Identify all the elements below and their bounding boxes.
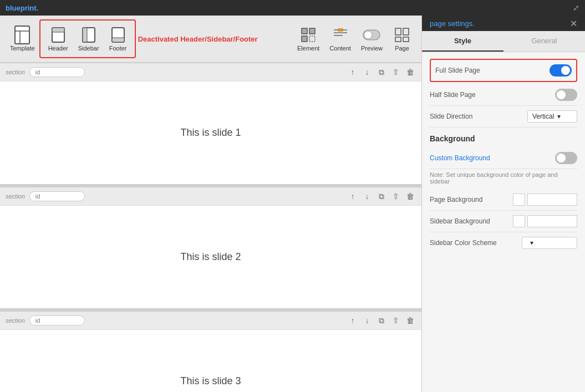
template-icon xyxy=(13,26,31,44)
sidebar-background-input-group xyxy=(513,215,577,227)
slide-direction-row: Slide Direction Vertical ▾ xyxy=(430,106,577,128)
section-1-delete-btn[interactable]: 🗑 xyxy=(405,67,416,78)
section-2-move-btn[interactable]: ⇧ xyxy=(390,191,401,202)
toolbar-item-template[interactable]: Template xyxy=(6,23,39,55)
section-3-move-btn[interactable]: ⇧ xyxy=(390,315,401,326)
section-1-up-btn[interactable]: ↑ xyxy=(347,67,358,78)
right-panel-header: page settings. ✕ xyxy=(422,16,585,31)
title-text: blueprint xyxy=(6,4,37,12)
section-3: section ↑ ↓ ⧉ ⇧ 🗑 This is slide 3 xyxy=(0,311,421,392)
background-section-header: Background xyxy=(430,128,577,147)
toolbar-item-header[interactable]: Header xyxy=(44,23,73,55)
tab-general[interactable]: General xyxy=(503,31,585,52)
toolbar-highlighted-group: Header Sidebar xyxy=(39,19,136,58)
svg-rect-10 xyxy=(309,28,315,34)
sidebar-color-scheme-row: Sidebar Color Scheme ▾ xyxy=(430,232,577,253)
close-icon[interactable]: ✕ xyxy=(570,18,577,29)
svg-rect-0 xyxy=(15,26,29,44)
chevron-down-icon-2: ▾ xyxy=(530,239,533,247)
section-3-content: This is slide 3 xyxy=(0,330,421,392)
page-background-label: Page Background xyxy=(430,196,482,203)
section-1-move-btn[interactable]: ⇧ xyxy=(390,67,401,78)
svg-rect-9 xyxy=(302,28,307,34)
element-icon xyxy=(299,26,317,44)
full-slide-page-toggle[interactable] xyxy=(550,64,572,77)
section-3-actions: ↑ ↓ ⧉ ⇧ 🗑 xyxy=(347,315,416,326)
slide-direction-label: Slide Direction xyxy=(430,113,472,120)
svg-rect-21 xyxy=(395,37,401,42)
preview-label: Preview xyxy=(361,45,383,52)
svg-rect-14 xyxy=(334,32,347,33)
page-label: Page xyxy=(395,45,409,52)
sidebar-color-scheme-dropdown[interactable]: ▾ xyxy=(522,237,577,249)
section-2-down-btn[interactable]: ↓ xyxy=(362,191,373,202)
svg-rect-15 xyxy=(334,35,343,36)
sidebar-icon xyxy=(80,26,98,44)
section-3-down-btn[interactable]: ↓ xyxy=(362,315,373,326)
sidebar-background-swatch[interactable] xyxy=(513,215,525,227)
content-label: Content xyxy=(329,45,351,52)
sidebar-background-label: Sidebar Background xyxy=(430,217,490,225)
toolbar-item-element[interactable]: Element xyxy=(293,23,324,55)
section-2-id-input[interactable] xyxy=(29,191,85,201)
expand-icon[interactable]: ⤢ xyxy=(573,3,579,12)
toolbar-right-group: Element Content xyxy=(293,23,416,55)
svg-rect-20 xyxy=(403,28,409,35)
app-title: blueprint. xyxy=(6,4,38,12)
full-slide-page-row: Full Slide Page xyxy=(430,59,577,82)
slide-direction-value: Vertical xyxy=(532,113,554,120)
header-icon xyxy=(49,26,67,44)
template-label: Template xyxy=(10,45,35,52)
section-2-delete-btn[interactable]: 🗑 xyxy=(405,191,416,202)
half-slide-page-toggle[interactable] xyxy=(555,89,577,101)
toolbar-item-preview[interactable]: Preview xyxy=(357,23,387,55)
svg-rect-12 xyxy=(309,36,315,42)
toolbar-item-sidebar[interactable]: Sidebar xyxy=(74,23,104,55)
page-background-input-group xyxy=(513,194,577,206)
section-3-id-input[interactable] xyxy=(29,315,85,325)
preview-icon xyxy=(363,26,380,44)
section-1-down-btn[interactable]: ↓ xyxy=(362,67,373,78)
section-2-label: section xyxy=(6,193,25,200)
section-1-id-input[interactable] xyxy=(29,67,85,77)
title-dot: . xyxy=(37,4,39,12)
slide-direction-dropdown[interactable]: Vertical ▾ xyxy=(527,110,577,123)
header-label: Header xyxy=(48,45,68,52)
page-background-text-input[interactable] xyxy=(527,194,577,206)
top-bar: blueprint. ⤢ xyxy=(0,0,585,16)
section-2-actions: ↑ ↓ ⧉ ⇧ 🗑 xyxy=(347,191,416,202)
section-2-content: This is slide 2 xyxy=(0,206,421,308)
section-3-up-btn[interactable]: ↑ xyxy=(347,315,358,326)
half-slide-page-row: Half Slide Page xyxy=(430,84,577,106)
deactivated-banner: Deactivated Header/Sidebar/Footer xyxy=(136,35,260,43)
sidebar-background-text-input[interactable] xyxy=(527,215,577,227)
custom-background-row: Custom Background xyxy=(430,147,577,169)
custom-background-toggle[interactable] xyxy=(555,152,577,164)
section-3-duplicate-btn[interactable]: ⧉ xyxy=(376,315,387,326)
svg-rect-16 xyxy=(338,29,343,31)
background-note: Note: Set unique background color of pag… xyxy=(430,169,577,189)
full-slide-page-label: Full Slide Page xyxy=(435,67,480,74)
page-background-swatch[interactable] xyxy=(513,194,525,206)
right-panel-title-text: page settings xyxy=(430,19,472,28)
section-3-delete-btn[interactable]: 🗑 xyxy=(405,315,416,326)
toolbar-item-page[interactable]: Page xyxy=(388,23,416,55)
sidebar-background-row: Sidebar Background xyxy=(430,211,577,232)
section-1-slide-text: This is slide 1 xyxy=(180,127,241,139)
sidebar-color-scheme-label: Sidebar Color Scheme xyxy=(430,239,497,247)
section-2-up-btn[interactable]: ↑ xyxy=(347,191,358,202)
section-2-toolbar: section ↑ ↓ ⧉ ⇧ 🗑 xyxy=(0,187,421,206)
tab-style[interactable]: Style xyxy=(422,31,503,52)
section-2: section ↑ ↓ ⧉ ⇧ 🗑 This is slide 2 xyxy=(0,187,421,309)
page-background-row: Page Background xyxy=(430,189,577,211)
svg-rect-6 xyxy=(83,28,87,42)
toolbar-item-footer[interactable]: Footer xyxy=(105,23,131,55)
section-2-duplicate-btn[interactable]: ⧉ xyxy=(376,191,387,202)
page-icon xyxy=(393,26,411,44)
svg-rect-11 xyxy=(302,36,307,42)
toolbar-item-content[interactable]: Content xyxy=(325,23,355,55)
custom-background-label: Custom Background xyxy=(430,154,490,162)
right-panel-title-dot: . xyxy=(472,19,475,28)
section-1-duplicate-btn[interactable]: ⧉ xyxy=(376,67,387,78)
svg-rect-4 xyxy=(52,28,64,32)
